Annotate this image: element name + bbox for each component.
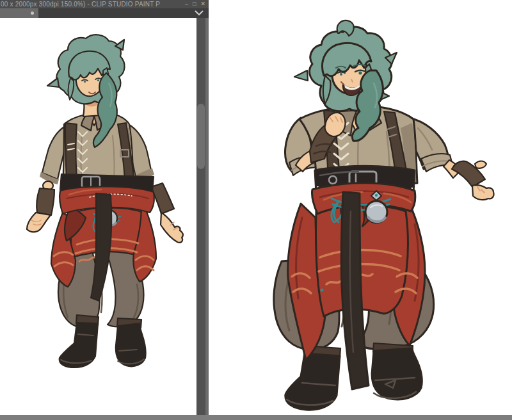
tab-list-chevron-icon[interactable] [195, 10, 204, 16]
bottom-gray-bar [0, 415, 512, 420]
window-resize-border[interactable] [205, 8, 209, 415]
unsaved-indicator-dot [31, 12, 34, 15]
scrollbar-thumb[interactable] [197, 104, 205, 169]
reference-image-area [209, 0, 512, 415]
canvas-tab-bar [0, 8, 209, 18]
maximize-button[interactable]: □ [193, 0, 196, 8]
canvas-tab[interactable] [0, 8, 38, 18]
vertical-scrollbar[interactable] [196, 18, 205, 415]
close-button[interactable]: ✕ [200, 0, 205, 8]
canvas-viewport[interactable] [0, 18, 196, 415]
minimize-button[interactable]: – [185, 0, 188, 8]
character-art-large [269, 19, 506, 417]
right-arm [410, 118, 494, 200]
character-art-small [13, 32, 192, 375]
clip-studio-paint-window: 00 x 2000px 300dpi 150.0%) - CLIP STUDIO… [0, 0, 209, 415]
screen: 00 x 2000px 300dpi 150.0%) - CLIP STUDIO… [0, 0, 512, 420]
window-title: 00 x 2000px 300dpi 150.0%) - CLIP STUDIO… [1, 0, 160, 8]
window-titlebar[interactable]: 00 x 2000px 300dpi 150.0%) - CLIP STUDIO… [0, 0, 209, 8]
